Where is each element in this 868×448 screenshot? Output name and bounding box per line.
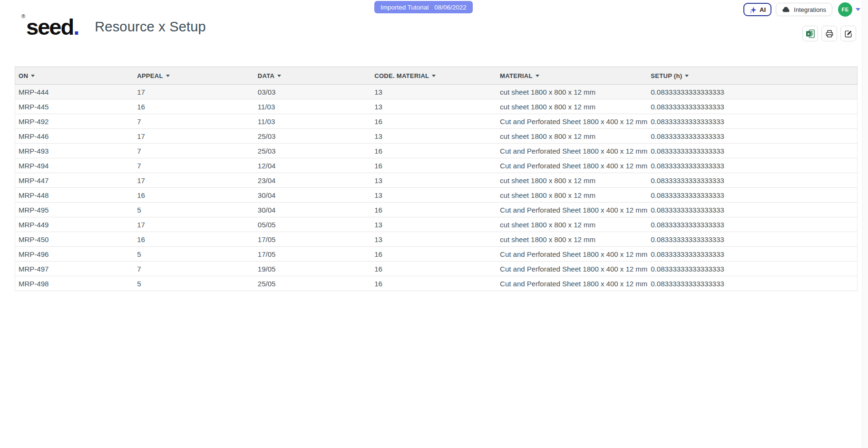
user-menu[interactable]: FE	[838, 2, 860, 17]
export-excel-button[interactable]: X	[802, 26, 818, 41]
cell-code_material: 13	[371, 173, 497, 188]
sort-caret-icon	[432, 75, 436, 77]
cell-data: 25/05	[254, 276, 371, 291]
table-row[interactable]: MRP-4471723/0413cut sheet 1800 x 800 x 1…	[15, 173, 858, 188]
print-button[interactable]	[821, 26, 837, 41]
registered-mark: ®	[21, 14, 25, 19]
cell-appeal: 5	[134, 276, 254, 291]
column-header-data[interactable]: DATA	[254, 67, 371, 85]
avatar[interactable]: FE	[838, 2, 852, 17]
sort-caret-icon	[277, 75, 281, 77]
logo-text: seed	[26, 14, 73, 39]
cell-on: MRP-449	[15, 217, 134, 232]
table-row[interactable]: MRP-497719/0516Cut and Perforated Sheet …	[15, 262, 858, 276]
cell-on: MRP-450	[15, 232, 134, 247]
page-title: Resource x Setup	[95, 19, 206, 35]
scrollbar-track[interactable]	[862, 0, 868, 448]
cell-data: 19/05	[254, 262, 371, 276]
cell-on: MRP-495	[15, 203, 134, 217]
cell-code_material: 13	[371, 217, 497, 232]
table-row[interactable]: MRP-492711/0316Cut and Perforated Sheet …	[15, 114, 858, 129]
cell-setup_h: 0.08333333333333333	[647, 144, 857, 158]
column-header-setup-h[interactable]: SETUP (h)	[647, 67, 857, 85]
cell-data: 12/04	[254, 158, 371, 173]
column-label: DATA	[258, 72, 274, 79]
cell-on: MRP-498	[15, 276, 134, 291]
cell-data: 17/05	[254, 247, 371, 262]
column-header-material[interactable]: MATERIAL	[497, 67, 647, 85]
ai-button-label: AI	[760, 6, 766, 13]
column-label: ON	[19, 72, 28, 79]
resource-setup-table: ON APPEAL DATA CODE. MATERIAL MATERIAL S…	[15, 67, 858, 291]
table-header-row: ON APPEAL DATA CODE. MATERIAL MATERIAL S…	[15, 67, 858, 85]
table-row[interactable]: MRP-495530/0416Cut and Perforated Sheet …	[15, 203, 858, 217]
column-label: MATERIAL	[500, 72, 533, 79]
cell-on: MRP-492	[15, 114, 134, 129]
chevron-down-icon[interactable]	[856, 8, 860, 11]
cell-appeal: 5	[134, 247, 254, 262]
table-row[interactable]: MRP-4451611/0313cut sheet 1800 x 800 x 1…	[15, 99, 858, 114]
toolbar: X	[802, 26, 856, 41]
edit-icon	[844, 29, 853, 38]
sparkle-icon	[749, 6, 757, 14]
column-header-code-material[interactable]: CODE. MATERIAL	[371, 67, 497, 85]
cell-setup_h: 0.08333333333333333	[647, 85, 857, 99]
cell-on: MRP-496	[15, 247, 134, 262]
cell-setup_h: 0.08333333333333333	[647, 232, 857, 247]
table-row[interactable]: MRP-4441703/0313cut sheet 1800 x 800 x 1…	[15, 85, 858, 99]
cell-appeal: 17	[134, 173, 254, 188]
table-row[interactable]: MRP-4461725/0313cut sheet 1800 x 800 x 1…	[15, 129, 858, 144]
cell-code_material: 16	[371, 203, 497, 217]
cell-material: Cut and Perforated Sheet 1800 x 400 x 12…	[497, 114, 647, 129]
cell-data: 25/03	[254, 144, 371, 158]
cell-setup_h: 0.08333333333333333	[647, 99, 857, 114]
cell-code_material: 16	[371, 144, 497, 158]
badge-label: Imported Tutorial	[380, 4, 429, 11]
column-header-appeal[interactable]: APPEAL	[134, 67, 254, 85]
integrations-button-label: Integrations	[794, 6, 826, 13]
cell-material: cut sheet 1800 x 800 x 12 mm	[497, 232, 647, 247]
cell-material: cut sheet 1800 x 800 x 12 mm	[497, 173, 647, 188]
table-row[interactable]: MRP-4481630/0413cut sheet 1800 x 800 x 1…	[15, 188, 858, 203]
cell-material: Cut and Perforated Sheet 1800 x 400 x 12…	[497, 247, 647, 262]
cell-appeal: 7	[134, 262, 254, 276]
cell-appeal: 5	[134, 203, 254, 217]
cell-code_material: 13	[371, 85, 497, 99]
table-row[interactable]: MRP-496517/0516Cut and Perforated Sheet …	[15, 247, 858, 262]
column-label: CODE. MATERIAL	[374, 72, 429, 79]
cell-code_material: 16	[371, 158, 497, 173]
cell-data: 11/03	[254, 114, 371, 129]
cell-data: 03/03	[254, 85, 371, 99]
cell-code_material: 16	[371, 262, 497, 276]
table-row[interactable]: MRP-493725/0316Cut and Perforated Sheet …	[15, 144, 858, 158]
ai-button[interactable]: AI	[743, 3, 771, 16]
cell-setup_h: 0.08333333333333333	[647, 114, 857, 129]
cell-on: MRP-494	[15, 158, 134, 173]
sort-caret-icon	[685, 75, 689, 77]
table-row[interactable]: MRP-4501617/0513cut sheet 1800 x 800 x 1…	[15, 232, 858, 247]
badge-date: 08/06/2022	[434, 4, 467, 11]
cell-material: Cut and Perforated Sheet 1800 x 400 x 12…	[497, 203, 647, 217]
table-row[interactable]: MRP-494712/0416Cut and Perforated Sheet …	[15, 158, 858, 173]
table-row[interactable]: MRP-4491705/0513cut sheet 1800 x 800 x 1…	[15, 217, 858, 232]
cell-code_material: 13	[371, 232, 497, 247]
table-row[interactable]: MRP-498525/0516Cut and Perforated Sheet …	[15, 276, 858, 291]
cell-on: MRP-493	[15, 144, 134, 158]
cell-code_material: 13	[371, 99, 497, 114]
cell-appeal: 7	[134, 114, 254, 129]
cell-data: 23/04	[254, 173, 371, 188]
cell-appeal: 7	[134, 158, 254, 173]
cell-appeal: 17	[134, 85, 254, 99]
cell-material: cut sheet 1800 x 800 x 12 mm	[497, 85, 647, 99]
column-header-on[interactable]: ON	[15, 67, 134, 85]
cell-appeal: 16	[134, 232, 254, 247]
excel-icon: X	[806, 29, 815, 38]
cell-data: 17/05	[254, 232, 371, 247]
integrations-button[interactable]: Integrations	[776, 3, 832, 16]
cell-appeal: 7	[134, 144, 254, 158]
cell-on: MRP-446	[15, 129, 134, 144]
cell-setup_h: 0.08333333333333333	[647, 247, 857, 262]
cell-on: MRP-444	[15, 85, 134, 99]
edit-button[interactable]	[840, 26, 856, 41]
cell-setup_h: 0.08333333333333333	[647, 188, 857, 203]
